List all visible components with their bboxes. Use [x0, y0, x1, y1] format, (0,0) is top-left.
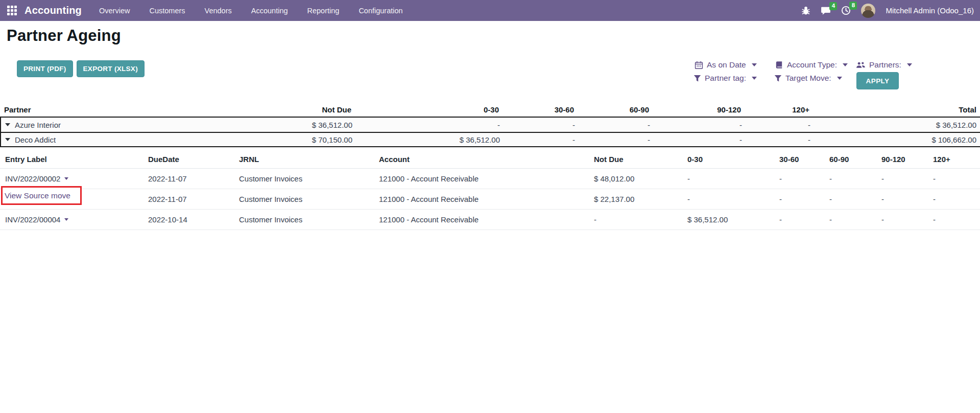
entry-label-link[interactable]: INV/2022/00002	[5, 174, 148, 183]
cell-due-date: 2022-11-07	[148, 174, 239, 183]
nav-customers[interactable]: Customers	[149, 7, 185, 15]
partner-row-deco-addict[interactable]: Deco Addict $ 70,150.00 $ 36,512.00 - - …	[0, 132, 980, 147]
col-120-plus: 120+	[933, 155, 980, 164]
cell-30-60: -	[779, 174, 829, 183]
chevron-down-icon	[843, 63, 848, 66]
partner-expand-cell[interactable]: Deco Addict	[1, 135, 185, 144]
entry-label-link[interactable]: INV/2022/00004	[5, 215, 148, 224]
filter-target-move-label: Target Move:	[785, 74, 831, 83]
chevron-down-icon	[752, 77, 757, 80]
user-avatar[interactable]	[861, 4, 875, 18]
cell-120-plus: -	[933, 174, 980, 183]
annotation-highlight-box: View Source move	[1, 186, 82, 205]
col-60-90: 60-90	[829, 155, 881, 164]
col-account: Account	[379, 155, 594, 164]
filter-partners-label: Partners:	[869, 60, 901, 70]
cell-120-plus: -	[933, 195, 980, 203]
cell-90-120: -	[651, 135, 743, 144]
nav-accounting[interactable]: Accounting	[251, 7, 288, 15]
col-90-120: 90-120	[881, 155, 933, 164]
print-pdf-button[interactable]: PRINT (PDF)	[17, 60, 73, 77]
cell-60-90: -	[576, 135, 651, 144]
cell-total: $ 36,512.00	[811, 121, 980, 129]
cell-not-due: $ 22,137.00	[594, 195, 687, 203]
cell-due-date: 2022-10-14	[148, 215, 239, 224]
cell-30-60: -	[501, 121, 576, 129]
col-0-30: 0-30	[352, 105, 500, 114]
col-60-90: 60-90	[575, 105, 650, 114]
filter-account-type-label: Account Type:	[787, 60, 837, 70]
export-xlsx-button[interactable]: EXPORT (XLSX)	[77, 60, 145, 77]
cell-0-30: -	[353, 121, 501, 129]
cell-120-plus: -	[743, 135, 811, 144]
cell-due-date: 2022-11-07	[148, 195, 239, 203]
col-partner: Partner	[0, 105, 184, 114]
cell-30-60: -	[501, 135, 576, 144]
chevron-down-icon	[64, 177, 68, 180]
users-icon	[856, 61, 866, 69]
filter-partner-tag[interactable]: Partner tag:	[694, 74, 757, 83]
cell-60-90: -	[829, 174, 881, 183]
activities-clock-icon[interactable]: 8	[841, 6, 851, 15]
page-title: Partner Ageing	[7, 27, 121, 45]
entry-label-text: INV/2022/00002	[5, 174, 60, 183]
apply-button[interactable]: APPLY	[856, 72, 899, 89]
apps-grid-icon[interactable]	[7, 6, 17, 16]
top-navigation: Overview Customers Vendors Accounting Re…	[99, 7, 403, 15]
nav-vendors[interactable]: Vendors	[205, 7, 232, 15]
book-icon	[775, 61, 783, 69]
entry-detail-table: Entry Label DueDate JRNL Account Not Due…	[0, 150, 980, 230]
entry-row-1: INV/2022/00002 2022-11-07 Customer Invoi…	[0, 169, 980, 189]
partner-expand-cell[interactable]: Azure Interior	[1, 121, 185, 129]
cell-60-90: -	[576, 121, 651, 129]
chevron-down-icon	[752, 63, 757, 66]
view-source-move-menu-item[interactable]: View Source move	[3, 191, 70, 200]
filter-as-on-date[interactable]: As on Date	[695, 60, 757, 70]
messages-icon[interactable]: 4	[821, 6, 831, 15]
partner-name: Deco Addict	[15, 135, 56, 144]
cell-90-120: -	[651, 121, 743, 129]
nav-overview[interactable]: Overview	[99, 7, 130, 15]
cell-jrnl: Customer Invoices	[239, 195, 379, 203]
filter-partners[interactable]: Partners:	[856, 60, 912, 70]
cell-90-120: -	[881, 215, 933, 224]
col-30-60: 30-60	[779, 155, 829, 164]
cell-jrnl: Customer Invoices	[239, 174, 379, 183]
entry-table-header: Entry Label DueDate JRNL Account Not Due…	[0, 150, 980, 169]
cell-account: 121000 - Account Receivable	[379, 195, 594, 203]
cell-0-30: -	[687, 174, 779, 183]
cell-account: 121000 - Account Receivable	[379, 215, 594, 224]
cell-30-60: -	[779, 195, 829, 203]
filter-target-move[interactable]: Target Move:	[774, 74, 842, 83]
calendar-icon	[695, 61, 703, 70]
partner-row-azure-interior[interactable]: Azure Interior $ 36,512.00 - - - - - $ 3…	[0, 117, 980, 132]
nav-reporting[interactable]: Reporting	[307, 7, 340, 15]
cell-0-30: -	[687, 195, 779, 203]
nav-configuration[interactable]: Configuration	[358, 7, 402, 15]
col-0-30: 0-30	[687, 155, 779, 164]
cell-total: $ 106,662.00	[811, 135, 980, 144]
cell-30-60: -	[779, 215, 829, 224]
cell-0-30: $ 36,512.00	[687, 215, 779, 224]
bug-icon[interactable]	[801, 6, 810, 15]
app-brand[interactable]: Accounting	[25, 5, 82, 16]
entry-label-text: INV/2022/00004	[5, 215, 60, 224]
activities-count-badge: 8	[849, 2, 857, 10]
user-name[interactable]: Mitchell Admin (Odoo_16)	[886, 6, 974, 15]
partner-table-header: Partner Not Due 0-30 30-60 60-90 90-120 …	[0, 103, 980, 117]
expand-caret-icon	[5, 123, 10, 126]
partner-ageing-table: Partner Not Due 0-30 30-60 60-90 90-120 …	[0, 103, 980, 147]
cell-60-90: -	[829, 195, 881, 203]
cell-90-120: -	[881, 195, 933, 203]
filter-partner-tag-label: Partner tag:	[705, 74, 746, 83]
entry-row-3: INV/2022/00004 2022-10-14 Customer Invoi…	[0, 210, 980, 230]
cell-90-120: -	[881, 174, 933, 183]
cell-not-due: $ 70,150.00	[185, 135, 353, 144]
filter-account-type[interactable]: Account Type:	[775, 60, 848, 70]
cell-not-due: -	[594, 215, 687, 224]
cell-not-due: $ 36,512.00	[185, 121, 353, 129]
col-total: Total	[810, 105, 980, 114]
cell-jrnl: Customer Invoices	[239, 215, 379, 224]
chevron-down-icon	[907, 63, 912, 66]
report-action-buttons: PRINT (PDF) EXPORT (XLSX)	[17, 60, 145, 77]
